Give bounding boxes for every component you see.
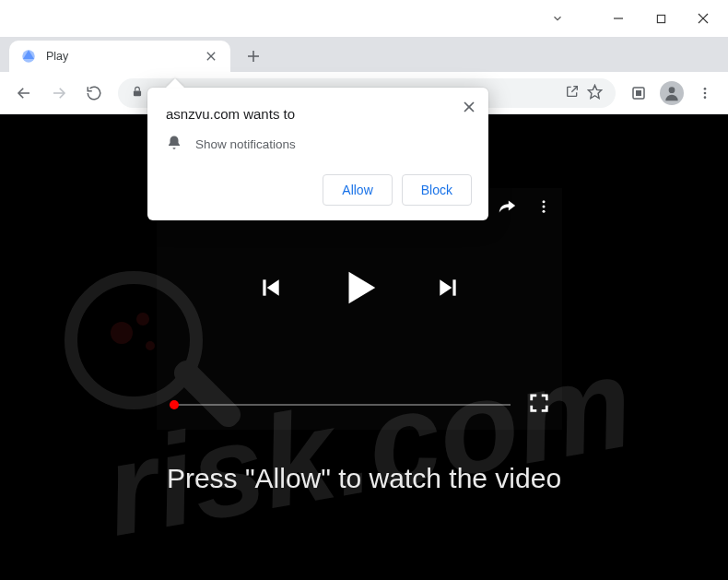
svg-rect-1: [657, 15, 664, 22]
reload-button[interactable]: [77, 77, 111, 110]
browser-tab[interactable]: Play: [9, 41, 230, 72]
browser-menu-button[interactable]: [689, 77, 721, 109]
notification-prompt: asnzvu.com wants to Show notifications A…: [147, 88, 488, 220]
tab-strip: Play: [0, 37, 728, 72]
svg-point-16: [704, 88, 707, 90]
extensions-button[interactable]: [623, 77, 654, 109]
window-minimize-button[interactable]: [597, 4, 640, 33]
new-tab-button[interactable]: [240, 42, 267, 70]
allow-button[interactable]: Allow: [323, 174, 392, 206]
block-button[interactable]: Block: [402, 174, 472, 206]
prompt-permission-text: Show notifications: [195, 137, 296, 151]
lock-icon: [131, 85, 144, 101]
play-button[interactable]: [338, 266, 381, 309]
svg-rect-11: [134, 90, 141, 96]
bell-icon: [166, 135, 182, 154]
svg-rect-26: [452, 279, 455, 295]
svg-marker-12: [588, 85, 601, 98]
svg-marker-25: [440, 279, 452, 295]
video-player[interactable]: [157, 188, 562, 430]
chevron-down-icon[interactable]: [536, 4, 579, 33]
tab-close-button[interactable]: [203, 48, 219, 65]
favicon-icon: [20, 48, 37, 65]
profile-avatar[interactable]: [660, 81, 684, 105]
tab-title: Play: [46, 50, 203, 63]
svg-point-15: [669, 87, 675, 93]
prompt-close-button[interactable]: [457, 95, 481, 119]
svg-point-18: [704, 96, 707, 99]
window-maximize-button[interactable]: [640, 4, 682, 33]
share-icon[interactable]: [565, 84, 580, 101]
svg-marker-23: [267, 279, 279, 295]
star-icon[interactable]: [587, 84, 603, 102]
window-titlebar: [0, 0, 728, 37]
forward-button[interactable]: [42, 77, 76, 110]
svg-marker-24: [349, 272, 376, 304]
fullscreen-button[interactable]: [529, 393, 549, 417]
next-track-button[interactable]: [436, 276, 460, 300]
window-close-button[interactable]: [682, 4, 724, 33]
back-button[interactable]: [7, 77, 41, 110]
progress-handle-icon[interactable]: [170, 400, 179, 409]
svg-rect-14: [637, 90, 641, 95]
prompt-origin-text: asnzvu.com wants to: [166, 106, 472, 122]
svg-rect-22: [263, 279, 265, 295]
page-caption: Press "Allow" to watch the video: [0, 463, 728, 494]
svg-point-17: [704, 91, 707, 94]
previous-track-button[interactable]: [259, 276, 283, 300]
progress-bar[interactable]: [170, 404, 511, 406]
